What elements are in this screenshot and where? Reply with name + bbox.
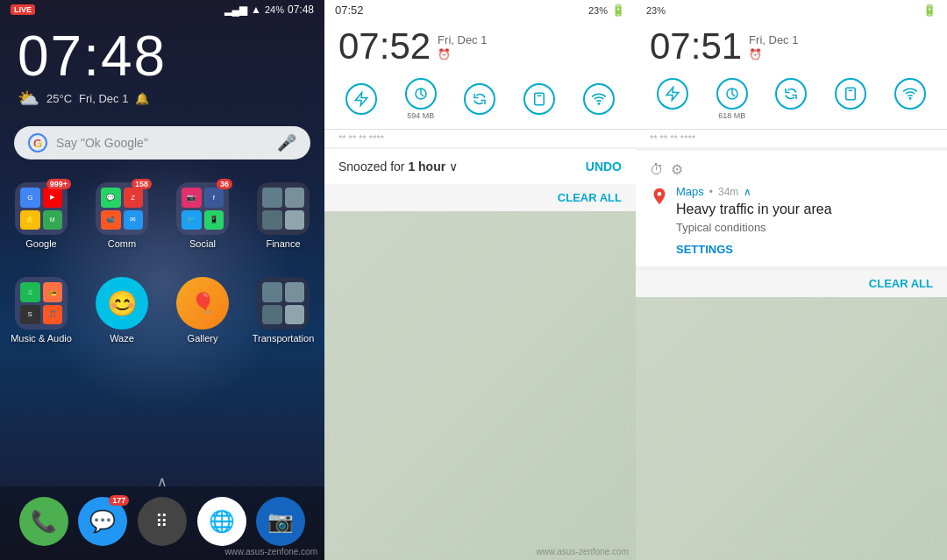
maps-clear-all-bar: CLEAR ALL — [636, 270, 947, 297]
maps-big-clock: 07:51 — [650, 25, 742, 67]
maps-expand-btn[interactable]: ∧ — [744, 186, 751, 198]
search-bar[interactable]: G Say "Ok Google" 🎤 — [14, 126, 310, 159]
maps-qs-data-label: 618 MB — [718, 111, 745, 120]
home-clock: 07:48 — [18, 28, 167, 84]
maps-qs-rotate[interactable] — [835, 78, 866, 120]
notif-status-time: 07:52 — [335, 4, 364, 17]
qs-sync-circle — [464, 83, 495, 115]
weather-icon: ⛅ — [18, 88, 39, 109]
mini-app: G — [20, 188, 40, 208]
maps-qs-wifi[interactable] — [894, 78, 926, 120]
qs-data[interactable]: 594 MB — [405, 78, 437, 120]
qs-sync[interactable] — [464, 83, 495, 115]
weather-row: ⛅ 25°C Fri, Dec 1 🔔 — [18, 88, 149, 109]
maps-time-ago-val: 34m — [718, 186, 738, 198]
statusbar-left: LIVE — [11, 4, 35, 15]
mini-app: 📱 — [204, 210, 224, 230]
temperature: 25°C — [46, 92, 72, 105]
clear-all-button[interactable]: CLEAR ALL — [558, 191, 622, 204]
app-label-comm: Comm — [108, 238, 136, 249]
mini-app: 📹 — [101, 210, 121, 230]
qs-rotate[interactable] — [523, 83, 555, 115]
app-label-transport: Transportation — [253, 333, 315, 344]
app-icon-wrap-finance — [257, 182, 310, 235]
folder-comm: 💬 Z 📹 ✉ — [96, 182, 148, 235]
mini-app: S — [20, 305, 40, 325]
app-item-gallery[interactable]: 🎈 Gallery — [167, 277, 238, 344]
mini-app — [285, 210, 305, 230]
mini-app: 🎵 — [43, 305, 63, 325]
app-item-music[interactable]: ♫ 📻 S 🎵 Music & Audio — [6, 277, 76, 344]
notif-clock-block: 07:52 Fri, Dec 1 ⏰ — [324, 20, 636, 69]
dock-chrome[interactable]: 🌐 — [197, 497, 246, 546]
qs-flash[interactable] — [345, 83, 377, 115]
maps-action-btns: SETTINGS — [676, 243, 933, 256]
mini-app: ⭐ — [20, 210, 40, 230]
mini-app — [262, 210, 282, 230]
dock-phone[interactable]: 📞 — [19, 497, 68, 546]
app-icon-wrap-comm: 💬 Z 📹 ✉ 158 — [96, 182, 148, 235]
folder-transport — [257, 277, 310, 330]
battery-pct: 24% — [265, 4, 284, 15]
maps-battery-icon: 🔋 — [922, 4, 936, 17]
dock-messages[interactable]: 💬 177 — [78, 497, 127, 546]
notif-phone-num: ** ** ** **** — [324, 130, 636, 147]
mini-app: ▶ — [43, 188, 63, 208]
maps-statusbar-right: 🔋 — [922, 4, 936, 17]
home-screen: LIVE ▂▄▆ ▲ 24% 07:48 07:48 ⛅ 25°C Fri, D… — [0, 0, 324, 560]
maps-settings-icon[interactable]: ⚙ — [671, 161, 683, 178]
maps-settings-btn[interactable]: SETTINGS — [676, 243, 733, 256]
app-grid-row2: ♫ 📻 S 🎵 Music & Audio 😊 Waze 🎈 — [0, 263, 324, 358]
app-item-comm[interactable]: 💬 Z 📹 ✉ 158 Comm — [87, 182, 157, 249]
maps-clear-all-button[interactable]: CLEAR ALL — [869, 277, 933, 290]
qs-wifi-circle — [583, 83, 615, 115]
app-item-google[interactable]: G ▶ ⭐ M 999+ Google — [6, 182, 76, 249]
app-item-transport[interactable]: Transportation — [248, 277, 318, 344]
maps-notif-meta: ⏱ ⚙ — [650, 161, 683, 178]
mini-app: 📻 — [43, 282, 63, 302]
maps-qs-data[interactable]: 618 MB — [716, 78, 748, 120]
maps-clock-block: 07:51 Fri, Dec 1 ⏰ — [636, 20, 947, 69]
maps-notif-content: Maps • 34m ∧ Heavy traffic in your area … — [676, 185, 933, 256]
maps-qs-flash[interactable] — [657, 78, 688, 120]
app-item-waze[interactable]: 😊 Waze — [87, 277, 157, 344]
undo-button[interactable]: UNDO — [586, 159, 622, 174]
social-badge: 36 — [217, 179, 232, 189]
mini-app: 📷 — [182, 188, 202, 208]
maps-phone-num: ** ** ** **** — [636, 130, 947, 147]
svg-point-7 — [909, 98, 911, 100]
home-statusbar: LIVE ▂▄▆ ▲ 24% 07:48 — [0, 0, 324, 19]
mini-app — [285, 305, 305, 325]
qs-flash-circle — [345, 83, 377, 115]
maps-date: Fri, Dec 1 — [749, 33, 798, 46]
maps-blurred-area — [636, 297, 947, 560]
allapps-icon: ⠿ — [155, 511, 169, 532]
wifi-icon: ▲ — [251, 4, 261, 16]
dock-camera[interactable]: 📷 — [256, 497, 305, 546]
search-placeholder: Say "Ok Google" — [56, 136, 268, 150]
app-icon-wrap-music: ♫ 📻 S 🎵 — [15, 277, 68, 330]
app-label-finance: Finance — [266, 238, 300, 249]
google-badge: 999+ — [46, 179, 71, 189]
notif-date-col: Fri, Dec 1 ⏰ — [438, 33, 487, 60]
qs-data-circle — [405, 78, 437, 110]
mini-app: 💬 — [101, 188, 121, 208]
mini-app: ♫ — [20, 282, 40, 302]
app-item-social[interactable]: 📷 f 🐦 📱 36 Social — [167, 182, 238, 249]
svg-rect-1 — [535, 93, 545, 105]
home-date: Fri, Dec 1 — [79, 92, 128, 105]
notification-panel: 07:52 23% 🔋 07:52 Fri, Dec 1 ⏰ — [324, 0, 636, 560]
folder-google: G ▶ ⭐ M — [15, 182, 68, 235]
app-item-finance[interactable]: Finance — [248, 182, 318, 249]
maps-quick-settings: 618 MB — [636, 69, 947, 130]
dock-allapps[interactable]: ⠿ — [138, 497, 187, 546]
live-badge: LIVE — [11, 4, 35, 15]
notif-alarm-icon: ⏰ — [438, 48, 487, 60]
alarm-icon: 🔔 — [135, 92, 149, 105]
qs-wifi[interactable] — [583, 83, 615, 115]
mic-icon[interactable]: 🎤 — [277, 133, 296, 152]
mini-app — [262, 305, 282, 325]
maps-qs-sync[interactable] — [775, 78, 807, 120]
folder-finance — [257, 182, 310, 235]
maps-qs-sync-circle — [775, 78, 807, 110]
